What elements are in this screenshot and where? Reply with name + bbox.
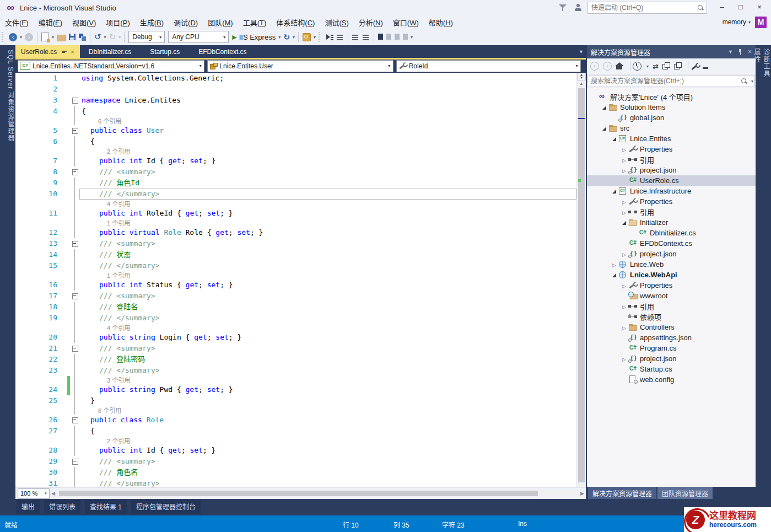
editor-splitter-handle[interactable]: ▲▼: [577, 73, 586, 80]
code-line-8[interactable]: 8/// <summary>: [15, 166, 576, 178]
collapse-all-icon[interactable]: [662, 62, 670, 70]
navigate-to-button[interactable]: [325, 31, 335, 42]
code-editor[interactable]: 1using System.Collections.Generic;23name…: [15, 73, 586, 487]
tree-item-Lnice.WebApi[interactable]: Lnice.WebApi: [587, 270, 756, 280]
expand-arrow-icon[interactable]: ▷: [620, 302, 628, 310]
side-tab-属性[interactable]: 属性: [752, 49, 762, 491]
tree-item-web.config[interactable]: web.config: [587, 374, 756, 385]
collapse-arrow-icon[interactable]: [610, 187, 618, 195]
code-line-26[interactable]: 26public class Role: [15, 415, 576, 426]
bottom-tab-查找结果 1[interactable]: 查找结果 1: [85, 500, 127, 514]
codelens-row[interactable]: 4 个引用: [15, 200, 576, 208]
tree-item-Startup.cs[interactable]: Startup.cs: [587, 364, 756, 374]
outlining-margin[interactable]: [71, 415, 79, 426]
status-char[interactable]: 字符 23: [442, 520, 465, 529]
status-line[interactable]: 行 10: [343, 520, 359, 529]
back-button[interactable]: ‹: [590, 62, 599, 71]
menu-窗口[interactable]: 窗口(W): [388, 15, 424, 29]
tree-item-project.json[interactable]: ▷project.json: [587, 165, 756, 175]
collapse-arrow-icon[interactable]: [600, 124, 608, 132]
collapse-box-icon[interactable]: [72, 169, 78, 175]
scrollbar-thumb[interactable]: [578, 88, 585, 482]
navigate-backward-dropdown-icon[interactable]: ▾: [20, 35, 22, 40]
account-dropdown-icon[interactable]: ▾: [748, 20, 751, 25]
collapse-box-icon[interactable]: [72, 346, 78, 352]
outlining-margin[interactable]: [71, 125, 79, 136]
redo-button[interactable]: ↻: [108, 31, 117, 42]
editor-vertical-scrollbar[interactable]: ▲▼ ▲: [576, 73, 586, 487]
tree-item-引用[interactable]: ▷引用: [587, 207, 756, 217]
forward-button[interactable]: ›: [603, 62, 612, 71]
menu-文件[interactable]: 文件(F): [0, 15, 34, 29]
panel-tab-解决方案资源管理器[interactable]: 解决方案资源管理器: [588, 487, 656, 499]
pin-icon[interactable]: [738, 49, 743, 55]
tree-item-Initializer[interactable]: Initializer: [587, 217, 756, 228]
expand-arrow-icon[interactable]: ▷: [620, 323, 628, 331]
start-debug-button[interactable]: ▶ IIS Express: [231, 31, 277, 42]
code-line-31[interactable]: 31/// </summary>: [15, 478, 576, 487]
clear-bookmarks-button[interactable]: [402, 31, 409, 42]
editor-zoom-combo[interactable]: 100 % ▾: [18, 488, 50, 499]
editor-horizontal-scrollbar[interactable]: [57, 490, 578, 497]
new-project-dropdown-icon[interactable]: ▾: [52, 35, 54, 40]
code-line-7[interactable]: 7public int Id { get; set; }: [15, 155, 576, 166]
quick-launch-input[interactable]: [588, 4, 697, 12]
code-line-23[interactable]: 23/// </summary>: [15, 365, 576, 376]
outlining-margin[interactable]: [71, 166, 79, 178]
code-line-12[interactable]: 12public virtual Role Role { get; set; }: [15, 227, 576, 238]
menu-帮助[interactable]: 帮助(H): [424, 15, 458, 29]
outlining-margin[interactable]: [71, 291, 79, 302]
solution-search-input[interactable]: [588, 77, 741, 85]
previous-bookmark-button[interactable]: [385, 31, 392, 42]
expand-arrow-icon[interactable]: ▷: [620, 250, 628, 258]
save-all-button[interactable]: [78, 31, 87, 42]
collapse-arrow-icon[interactable]: [610, 135, 618, 143]
codelens-row[interactable]: 3 个引用: [15, 376, 576, 384]
pin-icon[interactable]: [61, 49, 67, 55]
expand-arrow-icon[interactable]: ▷: [620, 155, 628, 164]
code-line-11[interactable]: 11public int RoleId { get; set; }: [15, 208, 576, 219]
project-dropdown[interactable]: C# Lnice.Entites..NETStandard,Version=v1…: [18, 60, 204, 72]
expand-arrow-icon[interactable]: ▷: [620, 197, 628, 206]
code-line-2[interactable]: 2: [15, 84, 576, 95]
menu-分析[interactable]: 分析(N): [354, 15, 388, 29]
tree-item-依赖项[interactable]: 依赖项: [587, 311, 756, 322]
account-name[interactable]: memory: [723, 18, 746, 26]
status-column[interactable]: 列 35: [393, 520, 409, 529]
menu-生成[interactable]: 生成(B): [135, 15, 169, 29]
status-insert-mode[interactable]: Ins: [518, 520, 527, 528]
document-tab-DbInitializer.cs[interactable]: DbInitializer.cs: [83, 45, 137, 58]
tab-overflow-dropdown-icon[interactable]: ▼: [579, 49, 584, 55]
tree-item-引用[interactable]: ▷引用: [587, 301, 756, 311]
member-dropdown[interactable]: RoleId ▾: [396, 60, 581, 72]
collapse-box-icon[interactable]: [72, 293, 78, 299]
collapse-arrow-icon[interactable]: [620, 218, 628, 227]
solution-explorer-titlebar[interactable]: 解决方案资源管理器 ▼ ×: [587, 45, 756, 58]
tree-item-Lnice.Infrastructure[interactable]: Lnice.Infrastructure: [587, 186, 756, 196]
collapse-box-icon[interactable]: [72, 98, 78, 104]
tree-item-Controllers[interactable]: ▷Controllers: [587, 322, 756, 332]
tree-item-UserRole.cs[interactable]: UserRole.cs: [587, 175, 756, 186]
maximize-button[interactable]: □: [731, 1, 750, 14]
expand-arrow-icon[interactable]: ▷: [620, 208, 628, 216]
code-line-22[interactable]: 22/// 登陆密码: [15, 354, 576, 365]
code-line-13[interactable]: 13/// <summary>: [15, 238, 576, 249]
codelens-row[interactable]: 6 个引用: [15, 117, 576, 125]
collapse-box-icon[interactable]: [72, 241, 78, 247]
tree-item-Lnice.Web[interactable]: ▷Lnice.Web: [587, 259, 756, 270]
home-icon[interactable]: [616, 62, 624, 70]
tree-item-appsettings.json[interactable]: appsettings.json: [587, 332, 756, 343]
navigate-backward-button[interactable]: ‹: [8, 31, 18, 42]
pending-changes-filter-icon[interactable]: [633, 62, 641, 71]
code-line-30[interactable]: 30/// 角色名: [15, 467, 576, 478]
tree-item-src[interactable]: src: [587, 123, 756, 133]
show-all-files-icon[interactable]: [674, 62, 682, 70]
decrease-indent-button[interactable]: [351, 31, 360, 42]
menu-调试[interactable]: 调试(D): [169, 15, 203, 29]
feedback-funnel-icon[interactable]: [559, 4, 567, 12]
toolbar-grip[interactable]: [319, 32, 322, 42]
sql-server-object-explorer-tab[interactable]: SQL Server 对象资源管理器: [0, 45, 15, 499]
menu-编辑[interactable]: 编辑(E): [34, 15, 67, 29]
undo-dropdown-icon[interactable]: ▾: [104, 35, 106, 40]
outlining-margin[interactable]: [71, 238, 79, 249]
